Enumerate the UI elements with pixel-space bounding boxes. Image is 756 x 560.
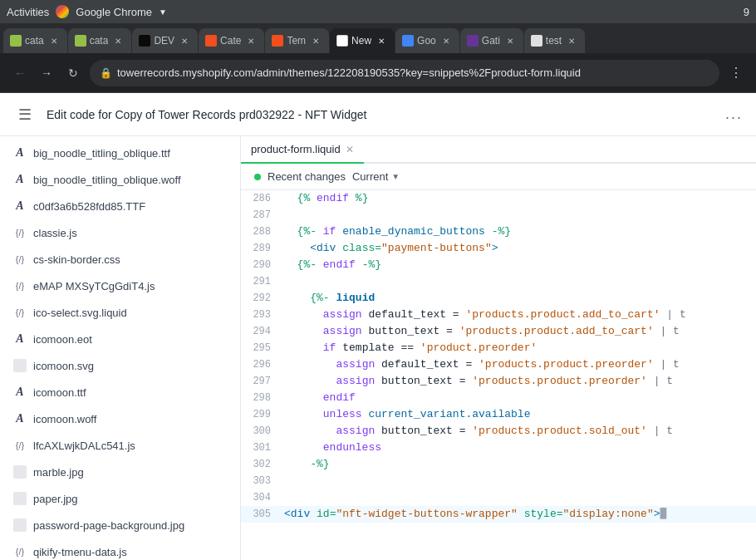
code-line: 293 assign default_text = 'products.prod… — [241, 307, 756, 323]
sidebar-file-item[interactable]: {/}ico-select.svg.liquid — [0, 299, 240, 326]
line-content: {% endif %} — [281, 190, 756, 207]
tab-title: test — [546, 35, 562, 47]
activities-label[interactable]: Activities — [7, 6, 49, 18]
more-options-button[interactable]: ... — [725, 106, 743, 123]
sidebar-file-item[interactable]: {/}eMAP MXSyTCgGdiT4.js — [0, 273, 240, 299]
file-name: eMAP MXSyTCgGdiT4.js — [33, 280, 155, 292]
tab-title: Tem — [287, 35, 306, 47]
file-name: lfcAXLwjkDALc541.js — [33, 440, 135, 452]
line-number: 287 — [241, 207, 281, 224]
back-button[interactable]: ← — [10, 63, 30, 83]
current-label: Current — [352, 170, 388, 183]
line-number: 304 — [241, 489, 281, 506]
line-content — [281, 489, 756, 506]
sidebar-file-item[interactable]: {/}classie.js — [0, 219, 240, 246]
file-type-icon: {/} — [13, 307, 27, 317]
code-editor[interactable]: 286 {% endif %}287 288 {%- if enable_dyn… — [241, 190, 756, 560]
line-content: -%} — [281, 456, 756, 473]
code-line: 294 assign button_text = 'products.produ… — [241, 323, 756, 340]
line-content: <div id="nft-widget-buttons-wrapper" sty… — [281, 506, 756, 523]
code-line: 302 -%} — [241, 456, 756, 473]
file-type-icon — [13, 492, 27, 505]
browser-tab[interactable]: New ✕ — [330, 28, 395, 53]
browser-tab[interactable]: cata ✕ — [3, 28, 67, 53]
tab-close-button[interactable]: ✕ — [503, 34, 517, 47]
sidebar-file-item[interactable]: icomoon.svg — [0, 352, 240, 379]
file-tab-close[interactable]: ✕ — [346, 144, 354, 155]
chevron-down-icon: ▼ — [391, 172, 400, 181]
browser-tab[interactable]: test ✕ — [524, 28, 585, 53]
line-number: 293 — [241, 307, 281, 323]
file-type-icon: A — [13, 386, 27, 399]
sidebar-file-item[interactable]: paper.jpg — [0, 485, 240, 512]
browser-tab[interactable]: Goo ✕ — [395, 28, 459, 53]
top-bar: Activities Google Chrome ▼ 9 — [0, 0, 756, 23]
file-tabs: product-form.liquid ✕ — [241, 136, 756, 164]
tab-close-button[interactable]: ✕ — [439, 34, 453, 47]
sidebar-file-item[interactable]: {/}lfcAXLwjkDALc541.js — [0, 432, 240, 459]
url-bar[interactable]: 🔒 towerrecords.myshopify.com/admin/theme… — [90, 60, 719, 86]
line-number: 297 — [241, 373, 281, 390]
sidebar-file-item[interactable]: Ac0df3a6b528fdd85.TTF — [0, 193, 240, 219]
browser-tab[interactable]: DEV ✕ — [132, 28, 198, 53]
code-line: 297 assign button_text = 'products.produ… — [241, 373, 756, 390]
line-content: if template == 'product.preorder' — [281, 340, 756, 356]
tab-close-button[interactable]: ✕ — [309, 34, 322, 47]
browser-tab[interactable]: Cate ✕ — [199, 28, 264, 53]
browser-tab[interactable]: Tem ✕ — [265, 28, 329, 53]
app-title: Edit code for Copy of Tower Records prd0… — [47, 108, 715, 121]
line-content: assign default_text = 'products.product.… — [281, 356, 756, 373]
tab-close-button[interactable]: ✕ — [178, 34, 191, 47]
tab-title: Goo — [417, 35, 436, 47]
file-name: icomoon.woff — [33, 413, 96, 425]
code-line: 289 <div class="payment-buttons"> — [241, 240, 756, 257]
sidebar-file-item[interactable]: password-page-background.jpg — [0, 512, 240, 538]
code-line: 299 unless current_variant.available — [241, 406, 756, 423]
browser-tab[interactable]: Gati ✕ — [460, 28, 523, 53]
tab-close-button[interactable]: ✕ — [111, 34, 125, 47]
forward-button[interactable]: → — [37, 63, 56, 83]
tab-close-button[interactable]: ✕ — [47, 34, 61, 47]
sidebar-file-item[interactable]: Aicomoon.eot — [0, 326, 240, 352]
code-line: 298 endif — [241, 390, 756, 406]
sidebar-file-item[interactable]: Abig_noodle_titling_oblique.ttf — [0, 140, 240, 166]
sidebar-file-item[interactable]: {/}cs-skin-border.css — [0, 246, 240, 273]
current-version-dropdown[interactable]: Current ▼ — [352, 170, 400, 183]
line-content — [281, 207, 756, 224]
file-name: big_noodle_titling_oblique.woff — [33, 174, 181, 186]
app-topbar: ☰ Edit code for Copy of Tower Records pr… — [0, 93, 756, 136]
line-number: 286 — [241, 190, 281, 207]
tab-close-button[interactable]: ✕ — [244, 34, 258, 47]
tab-title: Gati — [482, 35, 500, 47]
file-tab-product-form[interactable]: product-form.liquid ✕ — [241, 136, 364, 164]
extensions-button[interactable]: ⋮ — [726, 63, 746, 83]
file-name: big_noodle_titling_oblique.ttf — [33, 147, 170, 160]
file-type-icon: A — [13, 332, 27, 346]
tab-close-button[interactable]: ✕ — [565, 34, 578, 47]
reload-button[interactable]: ↻ — [63, 63, 83, 83]
sidebar-file-item[interactable]: Abig_noodle_titling_oblique.woff — [0, 166, 240, 193]
url-text: towerrecords.myshopify.com/admin/themes/… — [117, 66, 581, 79]
line-content: <div class="payment-buttons"> — [281, 240, 756, 257]
sidebar-file-item[interactable]: {/}qikify-tmenu-data.js — [0, 538, 240, 560]
recent-changes-label: Recent changes — [268, 170, 346, 183]
browser-dropdown-icon[interactable]: ▼ — [159, 7, 167, 17]
file-name: ico-select.svg.liquid — [33, 307, 127, 319]
sidebar-file-item[interactable]: marble.jpg — [0, 459, 240, 485]
tab-favicon — [139, 35, 150, 47]
file-name: icomoon.ttf — [33, 386, 86, 399]
line-number: 292 — [241, 290, 281, 307]
browser-tab[interactable]: cata ✕ — [68, 28, 132, 53]
code-line: 295 if template == 'product.preorder' — [241, 340, 756, 356]
browser-icon — [56, 5, 69, 18]
sidebar-file-item[interactable]: Aicomoon.woff — [0, 405, 240, 432]
line-content: {%- endif -%} — [281, 257, 756, 273]
tab-favicon — [531, 35, 542, 47]
line-content: assign button_text = 'products.product.p… — [281, 373, 756, 390]
line-number: 300 — [241, 423, 281, 440]
sidebar-file-item[interactable]: Aicomoon.ttf — [0, 379, 240, 405]
code-line: 287 — [241, 207, 756, 224]
sidebar-toggle-button[interactable]: ☰ — [13, 103, 37, 126]
sidebar-file-list: Abig_noodle_titling_oblique.ttfAbig_nood… — [0, 136, 240, 560]
tab-close-button[interactable]: ✕ — [375, 34, 388, 47]
